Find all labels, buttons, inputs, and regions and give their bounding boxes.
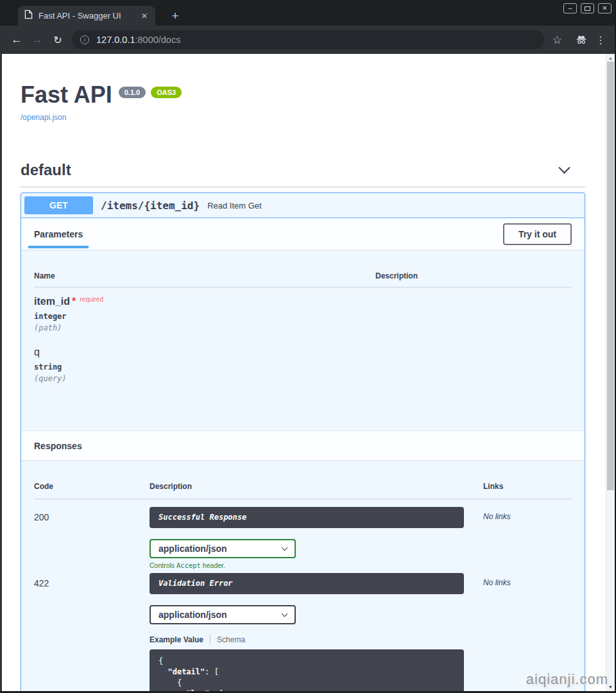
chevron-down-icon [282,610,288,617]
tab-separator [210,635,210,644]
parameter-type: integer [34,312,572,321]
back-icon[interactable]: ← [6,33,27,46]
window-controls: – ✕ [563,3,612,13]
browser-chrome: Fast API - Swagger UI ✕ + – ✕ ← → ↻ i 12… [0,0,616,54]
try-it-out-button[interactable]: Try it out [503,223,572,245]
parameters-table: Name Description item_id*required intege… [21,250,585,431]
page-title: Fast API [21,82,112,108]
url-text: 127.0.0.1:8000/docs [96,35,180,45]
media-type-select[interactable]: application/json [150,539,296,558]
browser-tab[interactable]: Fast API - Swagger UI ✕ [18,6,155,26]
media-type-value: application/json [158,610,227,620]
version-badge: 0.1.0 [119,87,146,98]
scrollbar-thumb[interactable] [607,62,614,490]
close-button[interactable]: ✕ [598,3,612,13]
site-info-icon[interactable]: i [80,35,89,44]
parameter-location: (path) [34,323,572,332]
col-header-code: Code [34,482,150,491]
openapi-spec-link[interactable]: /openapi.json [21,113,66,122]
window-frame-left [0,54,2,693]
response-links: No links [483,573,572,587]
tab-title: Fast API - Swagger UI [38,11,140,21]
required-star: * [72,296,76,307]
url-host: 127.0.0.1 [96,35,135,45]
chevron-down-icon[interactable] [558,162,570,173]
tag-divider [21,187,585,187]
media-type-select[interactable]: application/json [150,605,296,624]
opblock-get: GET /items/{item_id} Read Item Get Param… [21,193,585,693]
response-description-box: Successful Response [150,507,464,528]
responses-title: Responses [34,441,82,451]
operation-summary[interactable]: GET /items/{item_id} Read Item Get [21,193,585,218]
response-code: 200 [34,507,150,522]
parameter-type: string [34,363,572,372]
minimize-button[interactable]: – [563,3,577,13]
favicon-page-icon [24,10,33,22]
required-label: required [80,296,103,303]
tab-schema[interactable]: Schema [217,635,245,644]
http-method-badge: GET [24,196,93,214]
col-header-name: Name [34,271,375,287]
maximize-icon [585,6,590,11]
parameters-header: Parameters Try it out [21,218,585,250]
url-path: :8000/docs [135,35,180,45]
parameter-row-q: q string (query) [34,346,572,383]
bookmark-star-icon[interactable]: ☆ [552,33,562,47]
response-description-box: Validation Error [150,573,464,594]
parameter-name: item_id [34,296,70,307]
responses-header: Responses [21,431,585,460]
operation-path: /items/{item_id} [101,200,200,212]
response-row-422: 422 Validation Error application/json Ex… [34,569,572,693]
tab-parameters[interactable]: Parameters [34,229,83,239]
operation-summary-text: Read Item Get [207,201,262,210]
scrollbar[interactable]: ▲ ▼ [606,54,615,691]
accept-header-note: Controls Accept header. [150,561,483,569]
api-title-row: Fast API 0.1.0 OAS3 [21,82,585,108]
browser-toolbar: ← → ↻ i 127.0.0.1:8000/docs ☆ ⋮ [0,26,616,54]
browser-menu-icon[interactable]: ⋮ [595,34,606,46]
response-row-200: 200 Successful Response application/json… [34,499,572,569]
responses-table: Code Description Links 200 Successful Re… [21,460,585,693]
new-tab-button[interactable]: + [167,8,183,24]
col-header-description: Description [150,482,483,491]
tab-close-icon[interactable]: ✕ [140,12,149,21]
forward-icon[interactable]: → [27,33,47,46]
title-bar: Fast API - Swagger UI ✕ + – ✕ [0,0,616,26]
tag-section-header[interactable]: default [21,161,585,179]
url-bar[interactable]: i 127.0.0.1:8000/docs [72,30,544,49]
scroll-up-icon[interactable]: ▲ [606,54,615,62]
maximize-button[interactable] [581,3,594,13]
col-header-description: Description [375,271,572,287]
response-code: 422 [34,573,150,588]
incognito-icon [575,33,588,49]
oas3-badge: OAS3 [151,87,182,98]
reload-icon[interactable]: ↻ [47,34,68,46]
api-info: Fast API 0.1.0 OAS3 /openapi.json [21,54,585,123]
api-badges: 0.1.0 OAS3 [119,87,182,98]
model-example-tabs: Example Value Schema [150,635,483,644]
parameter-name: q [34,346,40,357]
col-header-links: Links [483,482,572,491]
media-type-value: application/json [158,543,227,554]
watermark: aiqianji.com [526,671,608,688]
tag-title: default [21,161,71,179]
page-viewport: Fast API 0.1.0 OAS3 /openapi.json defaul… [0,54,615,693]
chevron-down-icon [282,544,288,551]
parameter-location: (query) [34,374,572,383]
parameter-row-item-id: item_id*required integer (path) [34,296,572,332]
response-links: No links [483,507,572,521]
tab-example-value[interactable]: Example Value [150,635,203,644]
example-code-block: { "detail": [ { "loc": [ "string" [150,649,464,693]
